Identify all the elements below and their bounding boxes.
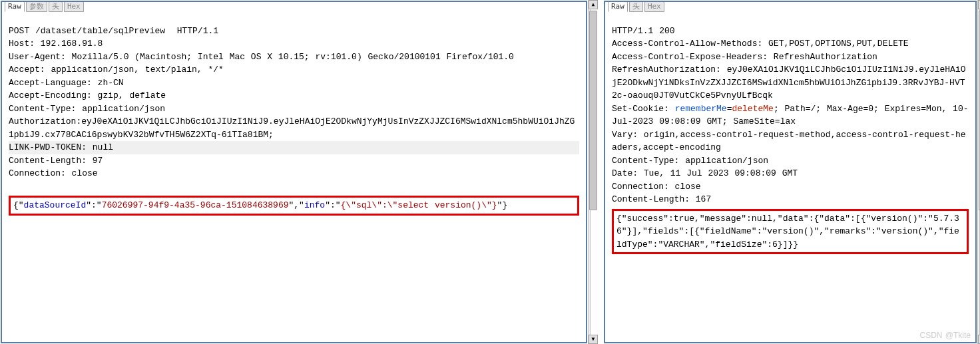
response-header: Content-Length: 167 — [612, 193, 969, 206]
request-header: Accept-Language: zh-CN — [9, 77, 579, 90]
response-pane: Raw 头 Hex HTTP/1.1 200Access-Control-All… — [604, 1, 977, 343]
cookie-value: deleteMe — [732, 104, 773, 114]
response-header: Vary: origin,access-control-request-meth… — [612, 128, 969, 154]
tab-headers[interactable]: 头 — [629, 1, 643, 12]
request-header: User-Agent: Mozilla/5.0 (Macintosh; Inte… — [9, 51, 579, 64]
tab-headers[interactable]: 头 — [49, 1, 63, 12]
request-header-link-pwd: LINK-PWD-TOKEN: null — [9, 141, 579, 154]
json-punct: ":" — [86, 200, 101, 210]
tab-raw[interactable]: Raw — [5, 1, 25, 12]
json-key: info — [304, 200, 325, 210]
status-line: HTTP/1.1 200 — [612, 25, 969, 38]
tab-hex[interactable]: Hex — [644, 1, 664, 12]
request-header: Connection: close — [9, 167, 579, 180]
scrollbar-thumb[interactable] — [589, 11, 597, 210]
response-header: Access-Control-Allow-Methods: GET,POST,O… — [612, 37, 969, 51]
request-header: Content-Length: 97 — [9, 154, 579, 168]
response-header: Access-Control-Expose-Headers: RefreshAu… — [612, 51, 969, 64]
json-punct: "," — [289, 200, 304, 210]
json-string: {\"sql\":\"select version()\"} — [341, 200, 497, 210]
response-header-cookie: Set-Cookie: rememberMe=deleteMe; Path=/;… — [612, 102, 969, 128]
request-tab-bar: Raw 参数 头 Hex — [5, 1, 84, 12]
response-header: Date: Tue, 11 Jul 2023 09:08:09 GMT — [612, 167, 969, 180]
tab-hex[interactable]: Hex — [64, 1, 84, 12]
request-body-highlight: {"dataSourceId":"76026997-94f9-4a35-96ca… — [9, 196, 579, 216]
request-line: POST /dataset/table/sqlPreview HTTP/1.1 — [9, 25, 579, 38]
request-header: Authorization:eyJ0eXAiOiJKV1QiLCJhbGciOi… — [9, 115, 579, 141]
request-header: Accept: application/json, text/plain, */… — [9, 63, 579, 77]
response-tab-bar: Raw 头 Hex — [608, 1, 664, 12]
response-header: Content-Type: application/json — [612, 154, 969, 168]
scroll-up-icon[interactable]: ▲ — [589, 0, 598, 9]
scroll-down-icon[interactable]: ▼ — [589, 335, 598, 344]
cookie-name: rememberMe — [675, 104, 727, 114]
request-header: Content-Type: application/json — [9, 102, 579, 116]
request-header: Host: 192.168.91.8 — [9, 37, 579, 51]
tab-params[interactable]: 参数 — [26, 1, 47, 12]
response-raw-content[interactable]: HTTP/1.1 200Access-Control-Allow-Methods… — [605, 2, 975, 285]
cookie-prefix: Set-Cookie: — [612, 104, 675, 114]
json-key: dataSourceId — [24, 200, 87, 210]
json-punct: "} — [497, 200, 508, 210]
left-scrollbar[interactable]: ▲ ▼ — [588, 0, 591, 344]
json-punct: ":" — [325, 200, 340, 210]
request-raw-content[interactable]: POST /dataset/table/sqlPreview HTTP/1.1H… — [2, 2, 586, 247]
response-body-text: {"success":true,"message":null,"data":{"… — [616, 214, 959, 250]
json-string: 76026997-94f9-4a35-96ca-151084638969 — [102, 200, 289, 210]
json-punct: {" — [13, 200, 24, 210]
response-body-highlight: {"success":true,"message":null,"data":{"… — [612, 209, 969, 255]
response-header: Connection: close — [612, 180, 969, 194]
request-header: Accept-Encoding: gzip, deflate — [9, 89, 579, 102]
request-pane: Raw 参数 头 Hex POST /dataset/table/sqlPrev… — [1, 1, 587, 343]
right-scrollbar[interactable]: ▲ ▼ — [977, 0, 980, 344]
tab-raw[interactable]: Raw — [608, 1, 628, 12]
response-header: RefreshAuthorization: eyJ0eXAiOiJKV1QiLC… — [612, 63, 969, 102]
